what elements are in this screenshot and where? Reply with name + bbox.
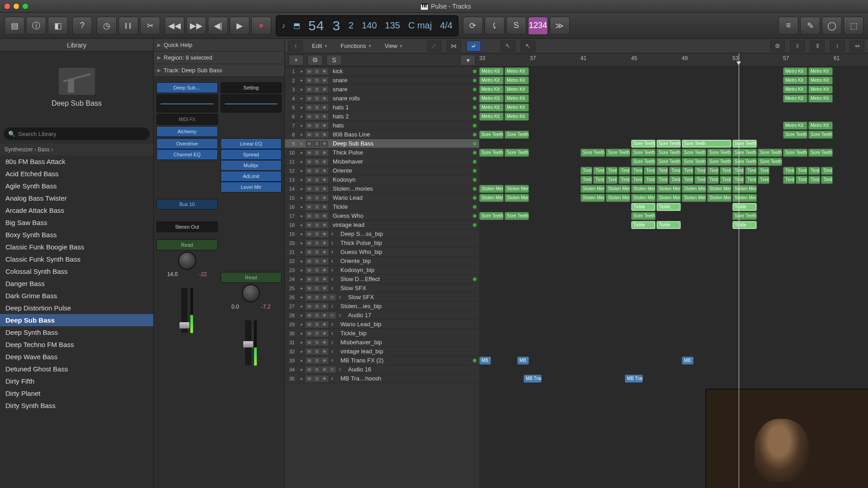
library-item[interactable]: Agile Synth Bass xyxy=(0,180,153,192)
region-lane[interactable] xyxy=(479,293,868,302)
region-lane[interactable] xyxy=(479,266,868,275)
track-row[interactable]: 2▸MS❄snare xyxy=(285,76,479,85)
region-lane[interactable]: TimbTimbTimbTimbTimbTimbTimbTimbTimbTimb… xyxy=(479,166,868,175)
global-solo-button[interactable]: S xyxy=(326,55,342,66)
track-row[interactable]: 1▸MS❄kick xyxy=(285,67,479,76)
region-lane[interactable]: TimbTimbTimbTimbTimbTimbTimbTimbTimbTimb… xyxy=(479,175,868,184)
region[interactable]: Tickle xyxy=(732,203,757,211)
region-lane[interactable] xyxy=(479,284,868,293)
library-item[interactable]: Deep Synth Bass xyxy=(0,326,153,338)
region[interactable]: Metro Kit xyxy=(505,67,529,75)
region[interactable]: MB Tra xyxy=(517,357,529,365)
region[interactable]: Stolen Mem xyxy=(656,185,681,193)
lcd-tempo[interactable]: 135 xyxy=(385,20,400,31)
region-lane[interactable]: Stolen MemStolen MemStolen MemStolen Mem… xyxy=(479,193,868,202)
countoff-button[interactable]: ✂ xyxy=(140,17,160,35)
region[interactable]: Metro Kit xyxy=(783,85,807,94)
region-lane[interactable] xyxy=(479,311,868,320)
library-item[interactable]: Analog Bass Twister xyxy=(0,192,153,204)
region[interactable]: Timb xyxy=(758,176,769,184)
track-row[interactable]: 4▸MS❄snare rolls xyxy=(285,94,479,103)
library-item[interactable]: Colossal Synth Bass xyxy=(0,265,153,277)
region-lane[interactable]: TickleTickleTickle xyxy=(479,221,868,230)
region[interactable]: Timb xyxy=(796,167,807,175)
automation-tool[interactable]: ⟋ xyxy=(427,41,441,52)
channel-name[interactable]: Deep Sub… xyxy=(156,82,218,93)
track-row[interactable]: 21▸MS❄IGuess Who_bip xyxy=(285,248,479,257)
region[interactable]: Tickle xyxy=(656,203,681,211)
track-row[interactable]: 35▸MS❄IMB Tra…hoosh xyxy=(285,374,479,383)
list-editors-button[interactable]: ≡ xyxy=(778,17,798,35)
browser-button[interactable]: ⬚ xyxy=(844,17,863,35)
region[interactable]: Sore Teeth xyxy=(783,149,807,157)
region[interactable]: Timb xyxy=(732,176,744,184)
track-row[interactable]: 34▸MS❄RIAudio 16 xyxy=(285,365,479,374)
region[interactable]: Timb xyxy=(796,176,807,184)
region[interactable]: Sore Teeth xyxy=(732,212,757,220)
track-row[interactable]: 14▸MS❄Stolen…mories xyxy=(285,184,479,193)
output-slot[interactable]: Stereo Out xyxy=(156,221,218,232)
region[interactable]: Stolen Mem xyxy=(631,185,656,193)
library-item[interactable]: 80s FM Bass Attack xyxy=(0,155,153,168)
track-row[interactable]: 25▸MS❄ISlow SFX xyxy=(285,284,479,293)
region[interactable]: Timb xyxy=(656,167,668,175)
region[interactable]: Sore Teeth xyxy=(732,149,757,157)
region[interactable]: Metro Kit xyxy=(783,67,807,75)
library-item[interactable]: Dirty Planet xyxy=(0,387,153,399)
region[interactable]: Timb xyxy=(707,167,719,175)
track-row[interactable]: 12▸MS❄Oriente xyxy=(285,166,479,175)
library-item[interactable]: Deep Distortion Pulse xyxy=(0,302,153,314)
region[interactable]: Stolen Mem xyxy=(580,185,605,193)
region[interactable]: Sore Teeth xyxy=(682,140,731,148)
region[interactable]: Timb xyxy=(821,176,833,184)
region-lane[interactable]: Sore TeethSore TeethSore TeethSore Teeth… xyxy=(479,148,868,157)
region[interactable]: MB Trans xyxy=(625,375,643,383)
region[interactable]: Stolen Mem xyxy=(505,185,529,193)
settings-icon[interactable]: ⚙ xyxy=(770,41,785,52)
region[interactable]: Timb xyxy=(644,167,656,175)
library-item[interactable]: Arcade Attack Bass xyxy=(0,204,153,216)
region-lane[interactable] xyxy=(479,338,868,347)
region[interactable]: Stolen Mem xyxy=(682,185,706,193)
track-row[interactable]: 15▸MS❄Wario Lead xyxy=(285,193,479,202)
minimize-button[interactable] xyxy=(14,4,19,9)
region[interactable]: Metro Kit xyxy=(505,94,529,103)
region[interactable]: Stolen Mem xyxy=(606,185,630,193)
track-row[interactable]: 10▸MS❄Thick Pulse xyxy=(285,148,479,157)
region[interactable]: Timb xyxy=(593,167,605,175)
playhead[interactable] xyxy=(739,53,739,488)
region-lane[interactable] xyxy=(479,320,868,329)
audio-fx-slot[interactable]: Level Mtr xyxy=(221,182,282,192)
library-breadcrumb[interactable]: Synthesizer › Bass › xyxy=(0,144,153,155)
fader[interactable] xyxy=(156,279,218,333)
region[interactable]: MB T xyxy=(682,357,693,365)
library-item[interactable]: Dirty Fifth xyxy=(0,375,153,387)
region[interactable]: Metro Kit xyxy=(783,122,807,130)
lcd-sig[interactable]: 4/4 xyxy=(440,20,453,31)
channel-name[interactable]: Setting xyxy=(221,82,282,93)
region[interactable]: Stolen Mem xyxy=(732,185,757,193)
region[interactable]: Sore Teeth xyxy=(656,149,681,157)
region[interactable]: Timb xyxy=(618,167,630,175)
track-header[interactable]: ▶Track: Deep Sub Bass xyxy=(154,64,284,77)
library-item[interactable]: Dirty Synth Bass xyxy=(0,399,153,412)
region[interactable]: Sore Teeth xyxy=(656,158,681,166)
lcd-div[interactable]: 2 xyxy=(349,20,354,31)
track-row[interactable]: 5▸MS❄hats 1 xyxy=(285,103,479,112)
track-row[interactable]: 17▸MS❄Guess Who xyxy=(285,211,479,221)
region[interactable]: Timb xyxy=(783,176,795,184)
track-row[interactable]: 33▸MS❄IMB Trans FX (2) xyxy=(285,356,479,365)
region[interactable]: Timb xyxy=(758,167,769,175)
pan-knob[interactable] xyxy=(242,284,260,302)
audio-fx-slot[interactable]: Multipr xyxy=(221,160,282,171)
play-button[interactable]: ▶ xyxy=(230,17,250,35)
region-lane[interactable]: MB TransMB Trans xyxy=(479,374,868,383)
library-item[interactable]: Big Saw Bass xyxy=(0,216,153,229)
region[interactable]: Sore Teeth xyxy=(707,158,731,166)
track-row[interactable]: 7▸MS❄hats xyxy=(285,121,479,130)
instrument-slot[interactable]: Alchemy xyxy=(156,126,218,137)
track-row[interactable]: 22▸MS❄IOriente_bip xyxy=(285,257,479,266)
region[interactable]: Sore Teeth xyxy=(682,158,706,166)
quick-help-header[interactable]: ▶Quick Help xyxy=(154,39,284,52)
tuner-button[interactable]: ⫿⫿ xyxy=(118,17,138,35)
